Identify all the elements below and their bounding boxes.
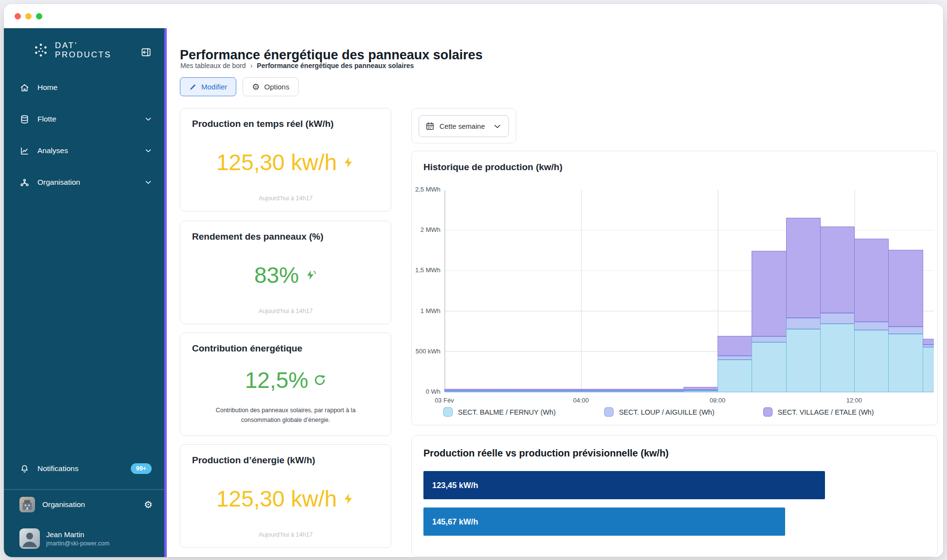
chart-bar-segment <box>684 387 718 389</box>
user-profile[interactable]: Jean Martin jmartin@ski-power.com <box>4 525 164 552</box>
app-logo: DAT’ PRODUCTS <box>32 41 111 59</box>
chart-bar-segment <box>478 390 513 391</box>
y-axis-tick: 1,5 MWh <box>413 266 440 274</box>
sidebar-item-organisation-settings[interactable]: Organisation ⚙ <box>4 495 164 514</box>
chart-bar-segment <box>718 336 752 356</box>
sidebar-item-analyses[interactable]: Analyses <box>4 141 164 160</box>
lightning-bolt-icon <box>342 492 355 505</box>
comparison-bar: 145,67 kW/h <box>423 508 785 536</box>
chart-bar-segment <box>649 391 684 392</box>
stacked-bar-chart[interactable] <box>444 190 934 392</box>
chart-bar-segment <box>752 251 786 336</box>
chart-bar-segment <box>684 391 718 392</box>
chart-bar-segment <box>854 330 889 392</box>
y-axis-tick: 500 kWh <box>413 348 440 355</box>
edit-button[interactable]: Modifier <box>180 77 236 96</box>
card-title: Rendement des panneaux (%) <box>180 221 391 242</box>
recycle-icon <box>314 374 326 386</box>
contribution-value: 12,5% <box>245 367 308 393</box>
chart-bar-segment <box>718 360 752 392</box>
page-title: Performance énergétique des panneaux sol… <box>180 48 483 63</box>
sidebar-item-label: Analyses <box>37 146 68 155</box>
options-button[interactable]: ⚙ Options <box>243 77 298 96</box>
panel-yield-value: 83% <box>254 262 299 288</box>
legend-item[interactable]: SECT. BALME / FERNUY (Wh) <box>443 407 556 417</box>
chart-plot-area: 0 Wh500 kWh1 MWh1,5 MWh2 MWh2,5 MWh03 Fé… <box>444 190 934 392</box>
chart-bar-segment <box>888 334 923 392</box>
home-icon <box>19 82 30 93</box>
chevron-down-icon[interactable] <box>144 115 153 123</box>
chart-bar-segment <box>888 250 923 327</box>
chart-bar-segment <box>513 389 547 390</box>
comparison-title: Production réelle vs production prévisio… <box>412 436 937 459</box>
chart-bar-segment <box>786 329 821 392</box>
chart-bar-segment <box>820 313 855 324</box>
chart-bar-segment <box>718 356 752 360</box>
legend-swatch <box>443 407 453 417</box>
breadcrumb-root[interactable]: Mes tableaux de bord <box>180 62 246 70</box>
period-select[interactable]: Cette semaine <box>419 115 509 137</box>
sidebar-item-home[interactable]: Home <box>4 78 164 97</box>
chart-line-icon <box>19 145 30 156</box>
sidebar-item-flotte[interactable]: Flotte <box>4 109 164 129</box>
realtime-production-value: 125,30 kw/h <box>216 149 337 175</box>
chart-legend: SECT. BALME / FERNUY (Wh)SECT. LOUP / AI… <box>443 407 874 417</box>
x-axis-tick: 12:00 <box>832 397 876 404</box>
sidebar-divider <box>4 489 164 490</box>
logo-text: DAT’ PRODUCTS <box>55 41 111 59</box>
card-energy-production: Production d’énergie (kW/h) 125,30 kw/h … <box>180 444 391 548</box>
comparison-bar-label: 145,67 kW/h <box>432 517 478 526</box>
notifications-count-badge: 99+ <box>131 463 152 474</box>
header-actions: Modifier ⚙ Options <box>180 77 298 96</box>
comparison-bars: 123,45 kW/h145,67 kW/h <box>423 471 926 536</box>
y-axis-tick: 2,5 MWh <box>413 186 440 193</box>
chart-bar-segment <box>581 390 615 391</box>
sidebar-item-organisation[interactable]: Organisation <box>4 173 164 192</box>
chart-bar-segment <box>820 324 855 392</box>
chart-bar-segment <box>752 336 786 342</box>
minimize-window-button[interactable] <box>25 13 32 19</box>
user-name: Jean Martin <box>46 530 109 539</box>
close-window-button[interactable] <box>15 13 21 19</box>
user-avatar <box>19 528 40 549</box>
card-panel-yield: Rendement des panneaux (%) 83% Aujourd’h… <box>180 221 391 324</box>
card-description: Contribution des panneaux solaires, par … <box>180 406 391 436</box>
breadcrumb-separator-icon: › <box>250 62 253 70</box>
period-filter-card: Cette semaine <box>411 108 516 143</box>
logo-molecule-icon <box>32 41 50 59</box>
chart-bar-segment <box>649 390 684 391</box>
chevron-down-icon <box>492 122 502 131</box>
chart-bar-segment <box>478 391 513 392</box>
zoom-window-button[interactable] <box>36 13 42 19</box>
chart-bar-segment <box>888 327 923 334</box>
network-nodes-icon <box>19 177 30 188</box>
chart-bar-segment <box>820 227 855 313</box>
database-icon <box>19 114 30 124</box>
y-axis-tick: 1 MWh <box>413 307 440 315</box>
card-energy-contribution: Contribution énergétique 12,5% Contribut… <box>180 332 391 436</box>
chevron-down-icon[interactable] <box>144 178 153 187</box>
sidebar-item-label: Organisation <box>42 500 85 509</box>
sidebar-item-label: Flotte <box>37 115 56 123</box>
comparison-bar-label: 123,45 kW/h <box>432 481 478 490</box>
collapse-sidebar-icon[interactable] <box>140 47 152 58</box>
chart-bar-segment <box>854 239 889 322</box>
sidebar-item-notifications[interactable]: Notifications 99+ <box>4 459 164 478</box>
chart-bar-segment <box>923 345 934 347</box>
legend-label: SECT. VILLAGE / ETALE (Wh) <box>778 408 874 416</box>
period-select-value: Cette semaine <box>439 122 485 130</box>
app-window: DAT’ PRODUCTS Home Flotte <box>4 4 943 557</box>
chart-title: Historique de production (kw/h) <box>412 151 937 173</box>
gear-icon[interactable]: ⚙ <box>144 499 153 510</box>
chart-bar-segment <box>444 391 479 392</box>
legend-item[interactable]: SECT. VILLAGE / ETALE (Wh) <box>763 407 874 417</box>
chevron-down-icon[interactable] <box>144 146 153 155</box>
sidebar-item-label: Organisation <box>37 178 80 187</box>
main-content: Performance énergétique des panneaux sol… <box>167 28 943 557</box>
pencil-icon <box>189 83 197 91</box>
user-email: jmartin@ski-power.com <box>46 540 109 547</box>
chart-bar-segment <box>547 390 581 391</box>
legend-item[interactable]: SECT. LOUP / AIGUILLE (Wh) <box>604 407 714 417</box>
chart-bar-segment <box>786 318 821 329</box>
gridline <box>444 190 445 392</box>
